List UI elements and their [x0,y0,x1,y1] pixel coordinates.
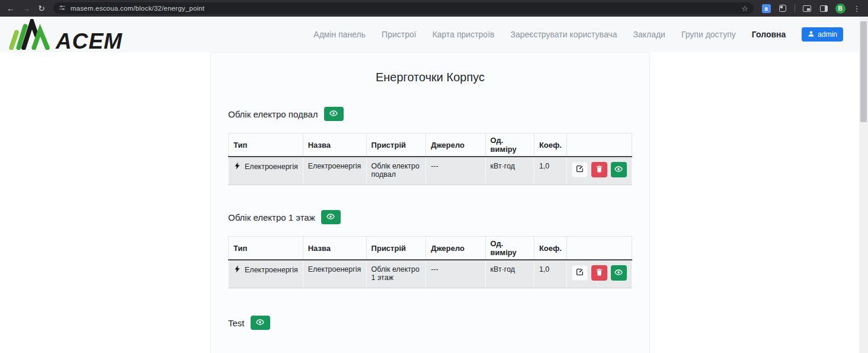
nav-home[interactable]: Головна [752,30,786,39]
page-title: Енерготочки Корпус [228,71,632,84]
col-coef: Коеф. [534,133,566,157]
bolt-icon [233,265,241,275]
col-name: Назва [303,133,366,157]
scrollbar-thumb[interactable] [860,21,867,122]
site-info-icon[interactable] [59,3,66,14]
col-unit: Од. виміру [485,237,534,260]
cell-source: --- [426,260,485,288]
cell-device: Облік електро 1 этаж [366,260,426,288]
col-source: Джерело [426,133,485,157]
view-section-button[interactable] [324,107,344,121]
browser-toolbar: ← → ↻ masem.escoua.com/block/32/energy_p… [0,0,868,17]
toolbar-divider [795,4,795,12]
logo-text: ACEM [56,31,123,51]
main-nav: Адмін панель Пристрої Карта пристроїв За… [313,27,843,42]
bolt-icon [233,162,241,171]
page-scrollbar[interactable] [859,17,868,353]
tab-groups-icon[interactable] [776,2,789,15]
pencil-square-icon [576,268,584,278]
col-device: Пристрій [366,237,426,260]
admin-user-button[interactable]: admin [802,27,843,42]
cell-coef: 1,0 [534,157,566,185]
logo-mark-icon [8,19,55,50]
section-title: Облік електро подвал [228,109,318,119]
section-test: Test [228,316,632,330]
eye-icon [614,165,623,175]
table-header-row: Тип Назва Пристрій Джерело Од. виміру Ко… [229,237,632,260]
side-panel-icon[interactable] [817,2,830,15]
cell-device: Облік електро подвал [366,157,426,185]
person-icon [808,30,815,39]
view-section-button[interactable] [321,210,341,224]
cell-type: Електроенергія [245,163,298,171]
nav-facilities[interactable]: Заклади [633,30,665,39]
site-header: ACEM Адмін панель Пристрої Карта пристро… [0,17,868,52]
col-type: Тип [229,133,303,157]
nav-register-user[interactable]: Зареєструвати користувача [510,30,617,39]
forward-icon[interactable]: → [20,4,32,12]
view-section-button[interactable] [251,316,270,330]
cell-type: Електроенергія [245,266,298,274]
url-text[interactable]: masem.escoua.com/block/32/energy_point [71,5,736,12]
col-name: Назва [303,237,366,260]
section-basement: Облік електро подвал [228,107,632,121]
col-actions [566,237,632,260]
energy-points-table: Тип Назва Пристрій Джерело Од. виміру Ко… [228,133,632,185]
col-source: Джерело [426,237,485,260]
delete-button[interactable] [591,265,607,281]
table-row: Електроенергія Електроенергія Облік елек… [229,157,632,185]
view-button[interactable] [611,162,627,177]
eye-icon [329,109,338,119]
eye-icon [326,212,335,222]
nav-admin-panel[interactable]: Адмін панель [313,30,366,39]
cell-coef: 1,0 [534,260,566,288]
eye-icon [256,318,264,328]
nav-access-groups[interactable]: Групи доступу [681,30,736,39]
trash-icon [595,268,603,278]
nav-device-map[interactable]: Карта пристроїв [433,30,495,39]
table-header-row: Тип Назва Пристрій Джерело Од. виміру Ко… [229,133,632,157]
cell-source: --- [426,157,485,185]
col-coef: Коеф. [534,237,566,260]
cell-name: Електроенергія [303,260,366,288]
col-actions [566,133,632,157]
cell-unit: кВт·год [485,260,534,288]
address-bar[interactable]: masem.escoua.com/block/32/energy_point ☆ [53,2,754,14]
table-row: Електроенергія Електроенергія Облік елек… [229,260,632,288]
col-unit: Од. виміру [485,133,534,157]
col-device: Пристрій [366,133,426,157]
picture-in-picture-icon[interactable] [800,2,813,15]
col-type: Тип [229,237,303,260]
reload-icon[interactable]: ↻ [36,4,47,12]
browser-menu-icon[interactable]: ⋮ [850,2,863,15]
section-title: Облік електро 1 этаж [228,212,315,222]
pencil-square-icon [576,165,584,174]
cell-name: Електроенергія [303,157,366,185]
cell-unit: кВт·год [485,157,534,185]
admin-label: admin [818,30,837,39]
eye-icon [614,268,623,278]
bookmark-star-icon[interactable]: ☆ [741,4,748,13]
delete-button[interactable] [591,162,607,177]
section-floor1: Облік електро 1 этаж [228,210,632,224]
trash-icon [595,165,603,174]
back-icon[interactable]: ← [5,4,17,12]
section-title: Test [228,318,245,328]
view-button[interactable] [611,265,627,281]
edit-button[interactable] [572,162,588,177]
energy-points-table: Тип Назва Пристрій Джерело Од. виміру Ко… [228,236,632,288]
profile-avatar[interactable]: B [834,2,847,15]
translate-icon[interactable]: a [760,2,773,15]
energy-points-card: Енерготочки Корпус Облік електро подвал … [210,52,650,353]
acem-logo[interactable]: ACEM [8,19,123,50]
nav-devices[interactable]: Пристрої [382,30,417,39]
edit-button[interactable] [572,265,588,281]
